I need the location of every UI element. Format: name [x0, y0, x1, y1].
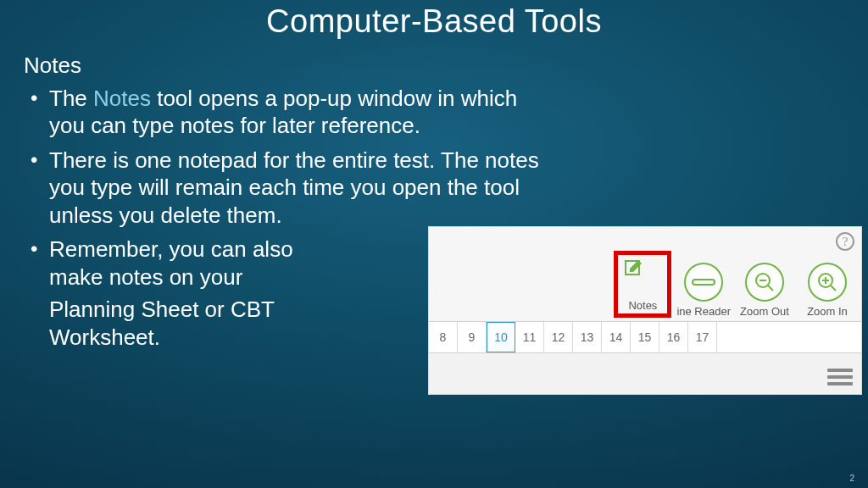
- question-nav-item[interactable]: 13: [573, 322, 602, 352]
- question-nav-item[interactable]: 16: [659, 322, 688, 352]
- toolbar-bottom: [429, 353, 861, 394]
- zoom-out-button[interactable]: [745, 263, 784, 302]
- zoom-in-tool[interactable]: Zoom In: [798, 263, 856, 318]
- toolbar-screenshot: ? Notes: [429, 227, 861, 394]
- zoom-in-label: Zoom In: [798, 305, 856, 318]
- question-nav-item[interactable]: 11: [515, 322, 544, 352]
- question-nav: 891011121314151617: [429, 322, 861, 353]
- notes-tool-button[interactable]: [623, 258, 662, 297]
- question-nav-item[interactable]: 12: [544, 322, 573, 352]
- bullet-2: There is one notepad for the entire test…: [24, 147, 558, 230]
- bullet-3: Remember, you can also make notes on you…: [24, 236, 295, 291]
- line-reader-label: ine Reader: [676, 305, 731, 318]
- zoom-out-icon: [754, 271, 776, 293]
- zoom-in-button[interactable]: [808, 263, 847, 302]
- svg-line-6: [831, 286, 836, 291]
- notes-tool-highlight: Notes: [614, 251, 671, 318]
- line-reader-button[interactable]: [684, 263, 723, 302]
- question-nav-item[interactable]: 17: [688, 322, 717, 352]
- line-reader-tool[interactable]: ine Reader: [676, 263, 731, 318]
- slide-title: Computer-Based Tools: [0, 0, 868, 40]
- bullet-1: The Notes tool opens a pop-up window in …: [24, 85, 558, 140]
- tool-buttons: Notes ine Reader: [614, 251, 856, 318]
- question-nav-item[interactable]: 15: [631, 322, 659, 352]
- zoom-out-label: Zoom Out: [736, 305, 793, 318]
- line-reader-icon: [692, 277, 715, 287]
- svg-line-3: [768, 286, 773, 291]
- accent-word: Notes: [93, 86, 151, 111]
- question-nav-item[interactable]: 8: [429, 322, 458, 352]
- menu-icon[interactable]: [827, 369, 853, 385]
- svg-rect-1: [693, 280, 715, 285]
- zoom-out-tool[interactable]: Zoom Out: [736, 263, 793, 318]
- zoom-in-icon: [816, 271, 838, 293]
- section-heading: Notes: [24, 52, 843, 80]
- bullet-3-continuation: Planning Sheet or CBT Worksheet.: [24, 296, 295, 351]
- question-nav-item[interactable]: 14: [602, 322, 631, 352]
- notes-icon: [623, 258, 643, 279]
- slide: Computer-Based Tools Notes The Notes too…: [0, 0, 868, 488]
- question-nav-item[interactable]: 10: [487, 322, 515, 352]
- page-number: 2: [849, 474, 854, 483]
- notes-tool-label: Notes: [623, 299, 662, 312]
- question-nav-item[interactable]: 9: [458, 322, 487, 352]
- help-icon[interactable]: ?: [836, 232, 854, 251]
- toolbar-top: ? Notes: [429, 227, 861, 322]
